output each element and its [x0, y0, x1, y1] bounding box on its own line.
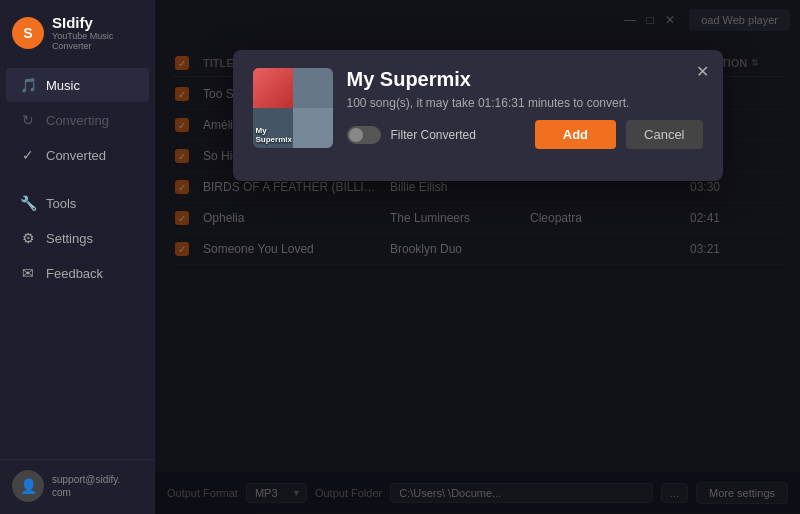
modal-subtitle: 100 song(s), it may take 01:16:31 minute… [347, 96, 703, 110]
filter-converted-toggle[interactable] [347, 126, 381, 144]
footer-email: support@sidify. com [52, 473, 120, 499]
logo-text: SIdify YouTube Music Converter [52, 14, 143, 51]
modal-info: My Supermix 100 song(s), it may take 01:… [347, 68, 703, 149]
sidebar: S SIdify YouTube Music Converter 🎵 Music… [0, 0, 155, 514]
toggle-knob [349, 128, 363, 142]
logo-icon: S [12, 17, 44, 49]
sidebar-item-feedback[interactable]: ✉ Feedback [6, 256, 149, 290]
logo-area: S SIdify YouTube Music Converter [0, 0, 155, 61]
avatar: 👤 [12, 470, 44, 502]
converting-icon: ↻ [20, 112, 36, 128]
sidebar-label-tools: Tools [46, 196, 76, 211]
cancel-button[interactable]: Cancel [626, 120, 702, 149]
sidebar-item-converting[interactable]: ↻ Converting [6, 103, 149, 137]
sidebar-item-converted[interactable]: ✓ Converted [6, 138, 149, 172]
music-icon: 🎵 [20, 77, 36, 93]
art-cell-2 [293, 68, 333, 108]
sidebar-footer: 👤 support@sidify. com [0, 459, 155, 514]
sidebar-label-converting: Converting [46, 113, 109, 128]
album-art: MySupermix [253, 68, 333, 148]
app-subtitle: YouTube Music Converter [52, 31, 143, 51]
settings-icon: ⚙ [20, 230, 36, 246]
modal-close-button[interactable]: ✕ [696, 62, 709, 81]
sidebar-item-settings[interactable]: ⚙ Settings [6, 221, 149, 255]
tools-icon: 🔧 [20, 195, 36, 211]
filter-converted-label: Filter Converted [391, 128, 476, 142]
modal-overlay: ✕ MySupermix My Supermix [155, 0, 800, 514]
modal-header: MySupermix My Supermix 100 song(s), it m… [253, 68, 703, 149]
add-button[interactable]: Add [535, 120, 616, 149]
sidebar-label-converted: Converted [46, 148, 106, 163]
sidebar-item-music[interactable]: 🎵 Music [6, 68, 149, 102]
sidebar-nav: 🎵 Music ↻ Converting ✓ Converted 🔧 Tools… [0, 61, 155, 459]
sidebar-label-settings: Settings [46, 231, 93, 246]
modal-controls: Filter Converted Add Cancel [347, 120, 703, 149]
sidebar-item-tools[interactable]: 🔧 Tools [6, 186, 149, 220]
sidebar-label-music: Music [46, 78, 80, 93]
main-content: — □ ✕ oad Web player ✓ TITLE ⇅ ARTIST ⇅ … [155, 0, 800, 514]
art-cell-4 [293, 108, 333, 148]
converted-icon: ✓ [20, 147, 36, 163]
app-title: SIdify [52, 14, 143, 31]
feedback-icon: ✉ [20, 265, 36, 281]
modal-title: My Supermix [347, 68, 703, 91]
art-cell-1 [253, 68, 293, 108]
modal-dialog: ✕ MySupermix My Supermix [233, 50, 723, 181]
sidebar-label-feedback: Feedback [46, 266, 103, 281]
album-label: MySupermix [256, 126, 292, 144]
